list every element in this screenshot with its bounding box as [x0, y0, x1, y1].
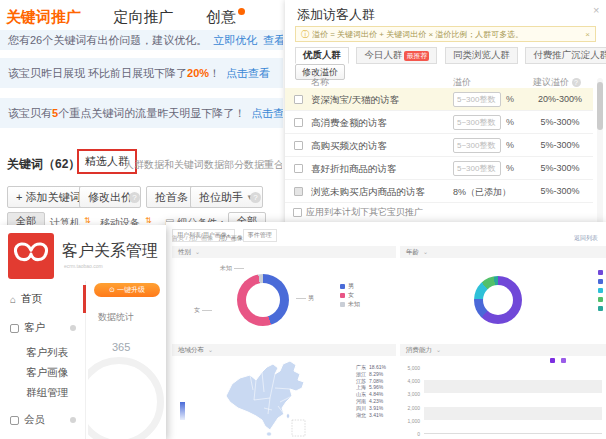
y-tick: 5,000: [400, 365, 420, 371]
view-all-bids-link[interactable]: 查看全账户出价: [263, 35, 283, 46]
y-tick: 4,000: [400, 378, 420, 384]
row-checkbox[interactable]: [294, 118, 303, 127]
crm-subtitle: ecrm.taobao.com: [64, 263, 103, 269]
audience-name: 资深淘宝/天猫的访客: [311, 94, 399, 107]
suggest-range: 5%-300%: [525, 117, 595, 127]
audience-tabs: 优质人群 今日人群最推荐 同类浏览人群 付费推广沉淀人群 天气人群 人口属性人群: [295, 44, 600, 64]
info-icon[interactable]: ?: [250, 192, 261, 203]
chevron-down-icon[interactable]: ⌄: [195, 249, 200, 255]
upgrade-icon: ⊙: [109, 286, 117, 293]
scrollbar-thumb[interactable]: [597, 82, 603, 130]
user-portrait-dashboard: 用户列表/用户画像+ 事件管理 首页 / 用户画像 用户画像 返回列表 性别⌄ …: [166, 222, 606, 439]
sort-icon[interactable]: ⇅: [84, 216, 91, 225]
apply-checkbox[interactable]: [293, 208, 302, 217]
audience-row: 浏览未购买店内商品的访客 8%（已添加） 5%-300%: [285, 180, 593, 203]
back-to-list-link[interactable]: 返回列表: [574, 234, 598, 243]
row-checkbox[interactable]: [294, 164, 303, 173]
sort-icon[interactable]: ⇅: [145, 216, 152, 225]
premium-input[interactable]: [453, 92, 501, 107]
region-panel: 地域分布⌄ 广东18.61% 浙江8.29% 江苏7.08% 上海5.96% 山…: [172, 344, 396, 439]
drop-percent: 20%: [187, 68, 209, 79]
one-click-upgrade-banner[interactable]: ⊙ 一键升级: [94, 283, 160, 297]
customer-icon: [10, 324, 19, 333]
suggest-range: 20%-300%: [525, 94, 595, 104]
y-tick: 1,000: [400, 418, 420, 424]
audience-name: 浏览未购买店内商品的访客: [311, 186, 425, 199]
audience-name: 喜好折扣商品的访客: [311, 163, 397, 176]
audience-row: 资深淘宝/天猫的访客 % 20%-300%: [285, 88, 593, 111]
chevron-down-icon[interactable]: ⌄: [436, 347, 441, 353]
crm-main-area: ⊙ 一键升级 数据统计 365: [88, 281, 166, 439]
click-view-link[interactable]: 点击查看: [226, 68, 270, 79]
home-icon: ⌂: [10, 294, 16, 305]
warning-icon: ⓘ: [301, 29, 309, 40]
scrollbar-track[interactable]: [597, 78, 603, 226]
premium-input[interactable]: [453, 115, 501, 130]
notice-text: 该宝贝昨日展现 环比前日展现下降了: [8, 68, 187, 79]
close-icon[interactable]: ×: [593, 4, 599, 16]
close-icon[interactable]: ×: [585, 30, 590, 39]
sidebar-item-members[interactable]: 会员: [0, 407, 86, 433]
percent-unit: %: [506, 140, 514, 150]
gender-legend: 男 女 未知: [340, 282, 360, 309]
tab-today-audience[interactable]: 今日人群最推荐: [356, 47, 437, 64]
chevron-down-icon[interactable]: ⌄: [423, 249, 428, 255]
notice-text: 溢价 = 关键词出价 + 关键词出价 × 溢价比例；人群可多选。: [312, 29, 585, 40]
premium-input[interactable]: [453, 138, 501, 153]
row-checkbox[interactable]: [294, 187, 303, 196]
tab-keywords-62[interactable]: 关键词（62）: [7, 156, 80, 173]
add-audience-panel: 添加访客人群 × ⓘ 溢价 = 关键词出价 + 关键词出价 × 溢价比例；人群可…: [285, 0, 606, 232]
age-panel-header: 年龄⌄: [400, 246, 606, 258]
tab-event-management[interactable]: 事件管理: [243, 229, 277, 242]
sidebar-item-customer-list[interactable]: 客户列表: [0, 343, 86, 363]
sidebar-item-customers[interactable]: 客户: [0, 315, 86, 341]
tab-quality-audience[interactable]: 优质人群: [295, 47, 349, 64]
callout-line: [296, 298, 306, 299]
tab-targeted-promo[interactable]: 定向推广: [113, 8, 173, 27]
panel-title: 添加访客人群: [297, 6, 375, 24]
recommend-badge: 最推荐: [404, 51, 429, 61]
info-icon[interactable]: ?: [129, 192, 140, 203]
chevron-down-icon[interactable]: ⌄: [208, 347, 213, 353]
info-icon[interactable]: ?: [572, 78, 581, 87]
toggle-dot-icon[interactable]: [70, 417, 76, 423]
gender-panel: 性别⌄ 女 男 未知 男 女 未知: [172, 246, 396, 342]
notice-bid-issue: 您有26个关键词有出价问题，建议优化。 立即优化 查看全账户出价: [0, 30, 283, 50]
suggest-range: 5%-300%: [525, 186, 595, 196]
spend-panel: 消费能力⌄ 5,000 4,000 3,000 2,000 1,000 0: [400, 344, 606, 439]
y-tick: 3,000: [400, 391, 420, 397]
sidebar-item-group-management[interactable]: 群组管理: [0, 383, 86, 403]
stats-label: 数据统计: [98, 311, 134, 324]
audience-row: 喜好折扣商品的访客 % 5%-300%: [285, 157, 593, 180]
label-unknown: 未知: [220, 264, 246, 273]
label-female: 女: [194, 306, 214, 315]
label-male: 男: [294, 294, 314, 303]
row-checkbox[interactable]: [294, 95, 303, 104]
tabs-hint-text: 人群数据和关键词数据部分数据重合: [124, 158, 282, 172]
tab-paid-promo-audience[interactable]: 付费推广沉淀人群: [525, 47, 606, 64]
active-indicator: [83, 285, 86, 313]
sidebar-item-home[interactable]: ⌂ 首页: [0, 285, 86, 313]
age-donut-chart: [474, 276, 522, 324]
crm-sidebar: ⌂ 首页 客户 客户列表 客户画像 群组管理 会员: [0, 281, 86, 439]
row-checkbox[interactable]: [294, 141, 303, 150]
sidebar-item-customer-portrait[interactable]: 客户画像: [0, 363, 86, 383]
notice-text: 个重点关键词的流量昨天明显下降了！: [58, 108, 245, 119]
optimize-now-link[interactable]: 立即优化: [213, 35, 257, 46]
age-panel: 年龄⌄: [400, 246, 606, 342]
audience-row: 高购买频次的访客 % 5%-300%: [285, 134, 593, 157]
stat-value: 365: [112, 341, 130, 353]
tab-similar-browse-audience[interactable]: 同类浏览人群: [445, 47, 518, 64]
y-tick: 2,000: [400, 405, 420, 411]
screenshot-canvas: 关键词推广 定向推广 创意 您有26个关键词有出价问题，建议优化。 立即优化 查…: [0, 0, 606, 439]
toggle-dot-icon[interactable]: [70, 325, 76, 331]
age-legend: [598, 268, 606, 313]
add-keyword-button[interactable]: + 添加关键词: [7, 186, 89, 208]
premium-input[interactable]: [453, 161, 501, 176]
percent-unit: %: [506, 94, 514, 104]
crm-logo: [8, 233, 54, 279]
click-view-link[interactable]: 点击查看: [251, 108, 283, 119]
apply-to-plan-option: 应用到本计划下其它宝贝推广: [293, 206, 423, 219]
tab-creative[interactable]: 创意: [206, 8, 236, 27]
notice-text: 该宝贝有: [8, 108, 52, 119]
